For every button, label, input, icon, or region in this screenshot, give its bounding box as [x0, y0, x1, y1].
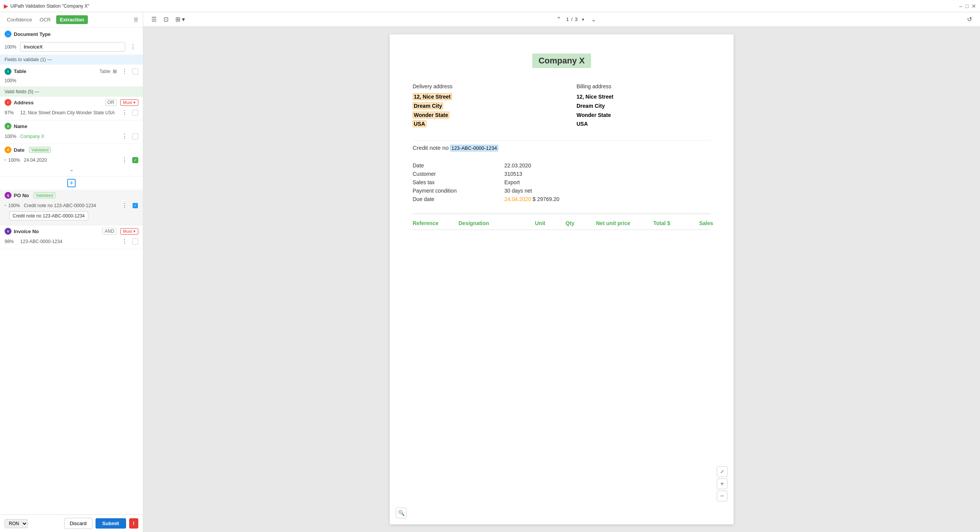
tab-confidence[interactable]: Confidence [5, 15, 34, 24]
refresh-icon[interactable]: ↺ [965, 15, 974, 24]
details-grid: Date 22.03.2020 Customer 310513 Sales ta… [413, 162, 711, 202]
document-type-header: ○ Document Type [0, 28, 143, 41]
pono-more-btn[interactable]: ⋮ [119, 201, 130, 210]
address-section: Delivery address 12, Nice Street Dream C… [413, 83, 711, 129]
grid-icon[interactable]: ⊞ [113, 68, 117, 74]
th-designation: Designation [458, 220, 535, 226]
tabs-toolbar: Confidence OCR Extraction ☰ [0, 12, 143, 28]
view-icon[interactable]: ⊡ [162, 15, 170, 24]
doc-toolbar: ☰ ⊡ ⊞ ▾ ⌃ 1 / 3 ▾ ⌄ ↺ [143, 12, 980, 27]
date-circle: d [5, 146, 11, 153]
fields-to-validate-banner: Fields to validate (1) — [0, 55, 143, 65]
pono-circle: q [5, 192, 11, 199]
total-pages: 3 [575, 16, 578, 22]
zoom-out-btn[interactable]: − [717, 491, 727, 501]
prev-page-icon[interactable]: ⌃ [554, 15, 563, 24]
field-date: d Date Validated • 100% 24.04.2020 ⋮ ✓ ⌄ [0, 144, 143, 177]
document-type-circle: ○ [5, 31, 11, 37]
address-checkbox[interactable] [132, 110, 138, 116]
title-text: UiPath Validation Station "Company X" [10, 3, 89, 9]
delivery-line1: 12, Nice Street [413, 93, 452, 100]
th-sales: Sales [699, 220, 737, 226]
filter-icon[interactable]: ☰ [134, 17, 138, 23]
close-icon[interactable]: ✕ [972, 3, 976, 9]
doc-type-confidence: 100% [5, 44, 18, 50]
date-more-btn[interactable]: ⋮ [119, 156, 130, 164]
current-page: 1 [566, 16, 569, 22]
add-field-btn[interactable]: + [0, 177, 143, 190]
field-invoice-no: v Invoice No AND Must ▾ 98% 123-ABC-0000… [0, 225, 143, 249]
field-table-header: I Table Table ⊞ ⋮ [5, 67, 138, 76]
next-page-icon[interactable]: ⌄ [589, 15, 598, 24]
name-checkbox[interactable] [132, 133, 138, 139]
doc-type-more-btn[interactable]: ⋮ [128, 42, 138, 51]
doc-content: Company X Delivery address 12, Nice Stre… [143, 27, 980, 532]
bottom-bar: RON Discard Submit ! [0, 514, 143, 532]
name-more-btn[interactable]: ⋮ [119, 132, 130, 141]
invoiceno-more-btn[interactable]: ⋮ [119, 237, 130, 246]
detail-paymentcond-value: 30 days net [504, 188, 711, 194]
detail-customer-label: Customer [413, 171, 497, 177]
detail-duedate-label: Due date [413, 196, 497, 202]
table-circle: I [5, 68, 11, 75]
fit-screen-btn[interactable]: ⤢ [717, 466, 727, 477]
detail-duedate-value: 24.04.2020 $ 29769.20 [504, 196, 711, 202]
doc-type-select[interactable]: InvoiceX [20, 42, 125, 52]
language-select[interactable]: RON [5, 519, 28, 528]
hamburger-icon[interactable]: ☰ [149, 15, 159, 24]
minimize-icon[interactable]: – [959, 3, 962, 9]
date-expand-btn[interactable]: ⌄ [5, 165, 138, 174]
invoiceno-must-tag: Must ▾ [120, 228, 138, 235]
th-total: Total $ [653, 220, 699, 226]
billing-address-label: Billing address [577, 83, 711, 89]
submit-button[interactable]: Submit [96, 518, 126, 529]
table-checkbox[interactable] [132, 68, 138, 75]
invoiceno-circle: v [5, 228, 11, 235]
address-must-tag: Must ▾ [120, 99, 138, 106]
zoom-controls: ⤢ + − [717, 466, 727, 501]
table-more-btn[interactable]: ⋮ [119, 67, 130, 76]
app-icon: ▶ [4, 3, 8, 9]
field-address: r Address OR Must ▾ 97% 12, Nice Street … [0, 97, 143, 120]
delivery-line2: Dream City [413, 102, 443, 109]
pono-tooltip: Credit note no 123-ABC-0000-1234 [9, 211, 88, 221]
error-button[interactable]: ! [129, 518, 138, 529]
search-btn[interactable]: 🔍 [396, 508, 407, 518]
right-panel: ☰ ⊡ ⊞ ▾ ⌃ 1 / 3 ▾ ⌄ ↺ [143, 12, 980, 532]
maximize-icon[interactable]: □ [965, 3, 969, 9]
table-label: Table [99, 69, 110, 74]
invoiceno-checkbox[interactable] [132, 238, 138, 245]
th-reference: Reference [413, 220, 458, 226]
company-name: Company X [532, 54, 591, 68]
invoiceno-and-tag: AND [102, 228, 117, 235]
credit-note-section: Credit note no 123-ABC-0000-1234 [413, 140, 711, 155]
delivery-line3: Wonder State [413, 112, 449, 118]
detail-salestax-label: Sales tax [413, 179, 497, 185]
th-unit: Unit [535, 220, 565, 226]
view2-icon[interactable]: ⊞ ▾ [173, 15, 187, 24]
detail-date-label: Date [413, 162, 497, 169]
zoom-in-btn[interactable]: + [717, 478, 727, 489]
page-nav: 1 / 3 ▾ [566, 16, 586, 23]
field-name: a Name 100% Company X ⋮ [0, 120, 143, 144]
tab-extraction[interactable]: Extraction [56, 15, 88, 24]
valid-fields-banner: Valid fields (5) — [0, 87, 143, 97]
tab-ocr[interactable]: OCR [37, 15, 53, 24]
date-checkbox[interactable]: ✓ [132, 157, 138, 163]
detail-date-value: 22.03.2020 [504, 162, 711, 169]
discard-button[interactable]: Discard [64, 518, 92, 529]
doc-page: Company X Delivery address 12, Nice Stre… [390, 34, 734, 524]
credit-note-number: 123-ABC-0000-1234 [450, 145, 498, 151]
address-or-tag: OR [105, 99, 117, 106]
address-more-btn[interactable]: ⋮ [119, 108, 130, 117]
page-dropdown-icon[interactable]: ▾ [580, 16, 586, 23]
detail-customer-value: 310513 [504, 171, 711, 177]
pono-checkbox[interactable]: ✓ [132, 203, 138, 209]
delivery-line4: USA [413, 120, 426, 127]
field-table: I Table Table ⊞ ⋮ 100% [0, 65, 143, 87]
title-bar: ▶ UiPath Validation Station "Company X" … [0, 0, 980, 12]
detail-paymentcond-label: Payment condition [413, 188, 497, 194]
name-circle: a [5, 123, 11, 130]
pono-validated-badge: Validated [34, 192, 55, 198]
document-type-row: 100% InvoiceX ⋮ [0, 41, 143, 55]
